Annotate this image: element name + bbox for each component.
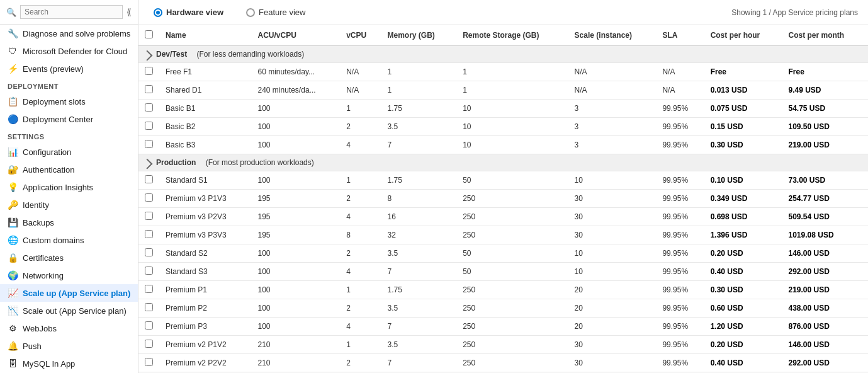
- cell-acu: 100: [252, 171, 341, 190]
- row-checkbox[interactable]: [145, 175, 153, 183]
- row-checkbox[interactable]: [145, 303, 153, 311]
- sidebar-item-deployment-slots[interactable]: 📋Deployment slots: [0, 93, 138, 110]
- cell-vcpu: 2: [340, 118, 381, 136]
- sidebar-item-deployment-center[interactable]: 🔵Deployment Center: [0, 110, 138, 128]
- cell-checkbox[interactable]: [138, 81, 159, 100]
- select-all-checkbox[interactable]: [145, 30, 153, 38]
- section-chevron-devtest[interactable]: [142, 50, 152, 61]
- sidebar-item-label: Backups: [23, 218, 54, 227]
- cell-name: Free F1: [159, 63, 252, 81]
- sidebar-item-label: Diagnose and solve problems: [23, 29, 130, 38]
- row-checkbox[interactable]: [145, 267, 153, 275]
- sidebar-item-authentication[interactable]: 🔐Authentication: [0, 161, 138, 178]
- sidebar-item-networking[interactable]: 🌍Networking: [0, 267, 138, 284]
- row-checkbox[interactable]: [145, 140, 153, 148]
- cell-acu: 100: [252, 100, 341, 118]
- row-checkbox[interactable]: [145, 340, 153, 348]
- sidebar-item-backups[interactable]: 💾Backups: [0, 214, 138, 231]
- feature-view-tab[interactable]: Feature view: [241, 5, 310, 20]
- cell-scale: 10: [568, 171, 657, 190]
- sidebar-item-scale-out[interactable]: 📉Scale out (App Service plan): [0, 302, 138, 319]
- row-checkbox[interactable]: [145, 103, 153, 112]
- cell-vcpu: 2: [340, 190, 381, 208]
- configuration-icon: 📊: [8, 147, 18, 157]
- cell-cost_month: 54.75 USD: [782, 100, 869, 118]
- sidebar-item-certificates[interactable]: 🔒Certificates: [0, 249, 138, 267]
- sidebar-item-mysql[interactable]: 🗄MySQL In App: [0, 355, 138, 372]
- cell-memory: 7: [381, 263, 456, 281]
- sidebar-item-configuration[interactable]: 📊Configuration: [0, 143, 138, 161]
- cell-sla: 99.95%: [656, 244, 704, 263]
- sidebar: 🔍 ⟪ 🔧Diagnose and solve problems🛡Microso…: [0, 0, 138, 373]
- sidebar-item-webjobs[interactable]: ⚙WebJobs: [0, 319, 138, 337]
- cell-name: Premium v2 P2V2: [159, 354, 252, 372]
- cell-scale: 30: [568, 226, 657, 244]
- collapse-sidebar-button[interactable]: ⟪: [127, 7, 132, 17]
- cell-acu: 100: [252, 281, 341, 299]
- hardware-view-tab[interactable]: Hardware view: [149, 5, 228, 20]
- row-checkbox[interactable]: [145, 193, 153, 202]
- cell-checkbox[interactable]: [138, 226, 159, 244]
- cell-scale: 30: [568, 208, 657, 226]
- cell-vcpu: 2: [340, 354, 381, 372]
- cell-checkbox[interactable]: [138, 100, 159, 118]
- cell-checkbox[interactable]: [138, 63, 159, 81]
- cell-checkbox[interactable]: [138, 281, 159, 299]
- row-checkbox[interactable]: [145, 285, 153, 293]
- cell-checkbox[interactable]: [138, 118, 159, 136]
- cell-cost_hour: 0.20 USD: [704, 244, 782, 263]
- sidebar-item-diagnose[interactable]: 🔧Diagnose and solve problems: [0, 25, 138, 42]
- sidebar-item-custom-domains[interactable]: 🌐Custom domains: [0, 231, 138, 249]
- hardware-view-radio[interactable]: [154, 8, 162, 17]
- cell-checkbox[interactable]: [138, 318, 159, 336]
- sidebar-item-scale-up[interactable]: 📈Scale up (App Service plan): [0, 284, 138, 302]
- cell-checkbox[interactable]: [138, 171, 159, 190]
- cell-checkbox[interactable]: [138, 208, 159, 226]
- search-input[interactable]: [20, 5, 123, 19]
- search-icon: 🔍: [6, 8, 16, 17]
- cell-checkbox[interactable]: [138, 244, 159, 263]
- cell-name: Standard S2: [159, 244, 252, 263]
- row-checkbox[interactable]: [145, 67, 153, 75]
- cell-acu: 210: [252, 336, 341, 354]
- cell-checkbox[interactable]: [138, 336, 159, 354]
- row-checkbox[interactable]: [145, 358, 153, 366]
- cell-checkbox[interactable]: [138, 136, 159, 154]
- cell-memory: 3.5: [381, 299, 456, 318]
- sidebar-item-app-insights[interactable]: 💡Application Insights: [0, 178, 138, 196]
- sidebar-item-label: MySQL In App: [23, 359, 75, 369]
- sidebar-item-identity[interactable]: 🔑Identity: [0, 196, 138, 214]
- row-checkbox[interactable]: [145, 85, 153, 93]
- cell-checkbox[interactable]: [138, 190, 159, 208]
- row-checkbox[interactable]: [145, 122, 153, 130]
- col-header-name: Name: [159, 25, 252, 46]
- sidebar-settings-items: 📊Configuration🔐Authentication💡Applicatio…: [0, 143, 138, 372]
- cell-sla: 99.95%: [656, 226, 704, 244]
- row-checkbox[interactable]: [145, 248, 153, 256]
- pricing-table-area: NameACU/vCPUvCPUMemory (GB)Remote Storag…: [138, 25, 868, 373]
- sidebar-item-defender[interactable]: 🛡Microsoft Defender for Cloud: [0, 42, 138, 60]
- cell-checkbox[interactable]: [138, 299, 159, 318]
- row-checkbox[interactable]: [145, 321, 153, 330]
- section-chevron-production[interactable]: [142, 159, 152, 169]
- cell-memory: 7: [381, 136, 456, 154]
- cell-sla: 99.95%: [656, 171, 704, 190]
- cell-checkbox[interactable]: [138, 354, 159, 372]
- row-checkbox[interactable]: [145, 212, 153, 220]
- cell-checkbox[interactable]: [138, 263, 159, 281]
- cell-acu: 60 minutes/day...: [252, 63, 341, 81]
- cell-acu: 195: [252, 226, 341, 244]
- cell-cost_hour: 0.075 USD: [704, 100, 782, 118]
- row-checkbox[interactable]: [145, 230, 153, 238]
- cell-memory: 7: [381, 318, 456, 336]
- cell-cost_hour: 0.013 USD: [704, 81, 782, 100]
- sidebar-item-label: Certificates: [23, 253, 64, 263]
- feature-view-radio[interactable]: [246, 8, 255, 17]
- cell-sla: N/A: [656, 63, 704, 81]
- cell-cost_month: 876.00 USD: [782, 318, 869, 336]
- cell-memory: 1: [381, 81, 456, 100]
- sidebar-item-events[interactable]: ⚡Events (preview): [0, 60, 138, 77]
- cell-acu: 210: [252, 354, 341, 372]
- sidebar-item-push[interactable]: 🔔Push: [0, 337, 138, 355]
- cell-cost_month: 73.00 USD: [782, 171, 869, 190]
